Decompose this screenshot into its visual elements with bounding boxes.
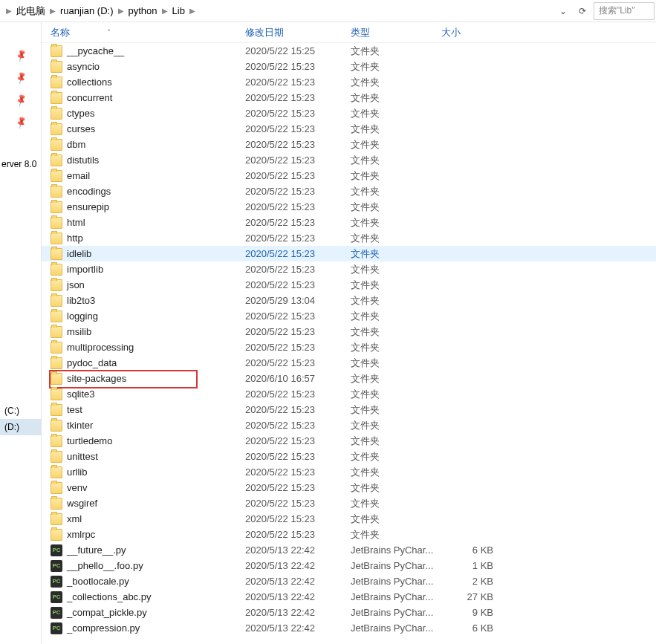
file-row[interactable]: idlelib2020/5/22 15:23文件夹 bbox=[42, 246, 656, 261]
file-row[interactable]: PC_compat_pickle.py2020/5/13 22:42JetBra… bbox=[42, 605, 656, 620]
chevron-right-icon[interactable]: ▶ bbox=[188, 7, 197, 15]
file-row[interactable]: json2020/5/22 15:23文件夹 bbox=[42, 277, 656, 293]
file-row[interactable]: xmlrpc2020/5/22 15:23文件夹 bbox=[42, 527, 656, 542]
file-row[interactable]: html2020/5/22 15:23文件夹 bbox=[42, 215, 656, 230]
sidebar-drive-d[interactable]: (D:) bbox=[0, 419, 41, 435]
file-name: test bbox=[67, 404, 82, 415]
sidebar-label[interactable]: erver 8.0 bbox=[0, 156, 41, 172]
breadcrumb-item[interactable]: ruanjian (D:) bbox=[57, 3, 117, 19]
file-name: html bbox=[67, 217, 85, 228]
file-row[interactable]: unittest2020/5/22 15:23文件夹 bbox=[42, 449, 656, 464]
file-row[interactable]: msilib2020/5/22 15:23文件夹 bbox=[42, 324, 656, 339]
search-input[interactable]: 搜索"Lib" bbox=[594, 2, 655, 20]
column-header-date[interactable]: 修改日期 bbox=[245, 26, 351, 39]
folder-icon bbox=[51, 217, 62, 229]
cell-date: 2020/5/13 22:42 bbox=[245, 544, 351, 556]
sidebar-drive-c[interactable]: (C:) bbox=[0, 403, 41, 419]
file-row[interactable]: venv2020/5/22 15:23文件夹 bbox=[42, 480, 656, 495]
cell-type: JetBrains PyChar... bbox=[351, 591, 441, 602]
file-row[interactable]: concurrent2020/5/22 15:23文件夹 bbox=[42, 90, 656, 105]
file-row[interactable]: distutils2020/5/22 15:23文件夹 bbox=[42, 152, 656, 168]
cell-name: test bbox=[51, 404, 245, 416]
file-row[interactable]: ensurepip2020/5/22 15:23文件夹 bbox=[42, 199, 656, 215]
file-row[interactable]: sqlite32020/5/22 15:23文件夹 bbox=[42, 386, 656, 402]
file-row[interactable]: PC_bootlocale.py2020/5/13 22:42JetBrains… bbox=[42, 573, 656, 589]
cell-date: 2020/5/22 15:23 bbox=[245, 326, 351, 337]
file-name: __pycache__ bbox=[67, 45, 124, 56]
file-row[interactable]: encodings2020/5/22 15:23文件夹 bbox=[42, 183, 656, 199]
pin-icon[interactable]: 📌 bbox=[13, 115, 28, 130]
file-row[interactable]: ctypes2020/5/22 15:23文件夹 bbox=[42, 105, 656, 121]
file-row[interactable]: PC__future__.py2020/5/13 22:42JetBrains … bbox=[42, 542, 656, 558]
file-name: ctypes bbox=[67, 108, 95, 119]
breadcrumb-item[interactable]: Lib bbox=[169, 3, 188, 19]
refresh-icon[interactable]: ⟳ bbox=[574, 3, 591, 19]
cell-name: concurrent bbox=[51, 92, 245, 104]
cell-type: JetBrains PyChar... bbox=[351, 544, 441, 556]
cell-type: 文件夹 bbox=[351, 325, 441, 339]
cell-name: site-packages bbox=[51, 373, 245, 385]
file-name: __phello__.foo.py bbox=[67, 560, 143, 571]
folder-icon bbox=[51, 420, 62, 432]
cell-date: 2020/5/22 15:23 bbox=[245, 482, 351, 493]
file-row[interactable]: pydoc_data2020/5/22 15:23文件夹 bbox=[42, 355, 656, 371]
file-row[interactable]: curses2020/5/22 15:23文件夹 bbox=[42, 121, 656, 137]
folder-icon bbox=[51, 170, 62, 182]
file-name: venv bbox=[67, 482, 87, 493]
cell-date: 2020/5/29 13:04 bbox=[245, 295, 351, 306]
cell-type: 文件夹 bbox=[351, 403, 441, 417]
cell-date: 2020/5/22 15:23 bbox=[245, 435, 351, 446]
pin-icon[interactable]: 📌 bbox=[13, 93, 28, 108]
cell-date: 2020/5/22 15:23 bbox=[245, 498, 351, 509]
breadcrumb-item[interactable]: 此电脑 bbox=[13, 2, 48, 20]
pin-icon[interactable]: 📌 bbox=[13, 48, 28, 63]
cell-date: 2020/5/13 22:42 bbox=[245, 591, 351, 602]
file-name: turtledemo bbox=[67, 435, 112, 446]
cell-name: importlib bbox=[51, 264, 245, 276]
cell-type: 文件夹 bbox=[351, 123, 441, 136]
file-row[interactable]: wsgiref2020/5/22 15:23文件夹 bbox=[42, 495, 656, 511]
dropdown-icon[interactable]: ⌄ bbox=[555, 3, 571, 19]
folder-icon bbox=[51, 466, 62, 478]
file-row[interactable]: dbm2020/5/22 15:23文件夹 bbox=[42, 137, 656, 152]
column-header-name[interactable]: 名称 ˄ bbox=[51, 26, 245, 39]
column-header-size[interactable]: 大小 bbox=[441, 26, 501, 39]
file-row[interactable]: PC__phello__.foo.py2020/5/13 22:42JetBra… bbox=[42, 558, 656, 573]
file-row[interactable]: asyncio2020/5/22 15:23文件夹 bbox=[42, 59, 656, 74]
file-row[interactable]: http2020/5/22 15:23文件夹 bbox=[42, 230, 656, 246]
cell-name: xml bbox=[51, 513, 245, 525]
file-row[interactable]: turtledemo2020/5/22 15:23文件夹 bbox=[42, 433, 656, 449]
file-row[interactable]: site-packages2020/6/10 16:57文件夹 bbox=[42, 371, 656, 386]
file-row[interactable]: lib2to32020/5/29 13:04文件夹 bbox=[42, 293, 656, 308]
file-row[interactable]: collections2020/5/22 15:23文件夹 bbox=[42, 74, 656, 90]
column-header-type[interactable]: 类型 bbox=[351, 26, 441, 39]
file-row[interactable]: logging2020/5/22 15:23文件夹 bbox=[42, 308, 656, 324]
pin-icon[interactable]: 📌 bbox=[13, 71, 28, 85]
file-row[interactable]: tkinter2020/5/22 15:23文件夹 bbox=[42, 417, 656, 433]
file-row[interactable]: xml2020/5/22 15:23文件夹 bbox=[42, 511, 656, 527]
cell-date: 2020/5/22 15:23 bbox=[245, 310, 351, 322]
file-row[interactable]: multiprocessing2020/5/22 15:23文件夹 bbox=[42, 339, 656, 355]
breadcrumb-item[interactable]: python bbox=[126, 3, 160, 19]
file-row[interactable]: __pycache__2020/5/22 15:25文件夹 bbox=[42, 43, 656, 59]
cell-name: PC_compat_pickle.py bbox=[51, 607, 245, 619]
chevron-right-icon[interactable]: ▶ bbox=[4, 7, 13, 15]
cell-type: 文件夹 bbox=[351, 76, 441, 89]
file-row[interactable]: email2020/5/22 15:23文件夹 bbox=[42, 168, 656, 183]
cell-type: 文件夹 bbox=[351, 107, 441, 120]
cell-name: logging bbox=[51, 310, 245, 322]
file-row[interactable]: PC_compression.py2020/5/13 22:42JetBrain… bbox=[42, 620, 656, 636]
cell-date: 2020/5/22 15:23 bbox=[245, 92, 351, 103]
file-row[interactable]: test2020/5/22 15:23文件夹 bbox=[42, 402, 656, 417]
file-name: idlelib bbox=[67, 248, 91, 259]
cell-name: distutils bbox=[51, 155, 245, 166]
file-name: http bbox=[67, 232, 83, 244]
cell-type: 文件夹 bbox=[351, 513, 441, 526]
file-row[interactable]: PC_collections_abc.py2020/5/13 22:42JetB… bbox=[42, 589, 656, 605]
file-row[interactable]: importlib2020/5/22 15:23文件夹 bbox=[42, 261, 656, 277]
cell-name: venv bbox=[51, 482, 245, 494]
cell-type: 文件夹 bbox=[351, 388, 441, 401]
file-name: collections bbox=[67, 77, 112, 88]
file-row[interactable]: urllib2020/5/22 15:23文件夹 bbox=[42, 464, 656, 480]
file-name: multiprocessing bbox=[67, 342, 134, 353]
